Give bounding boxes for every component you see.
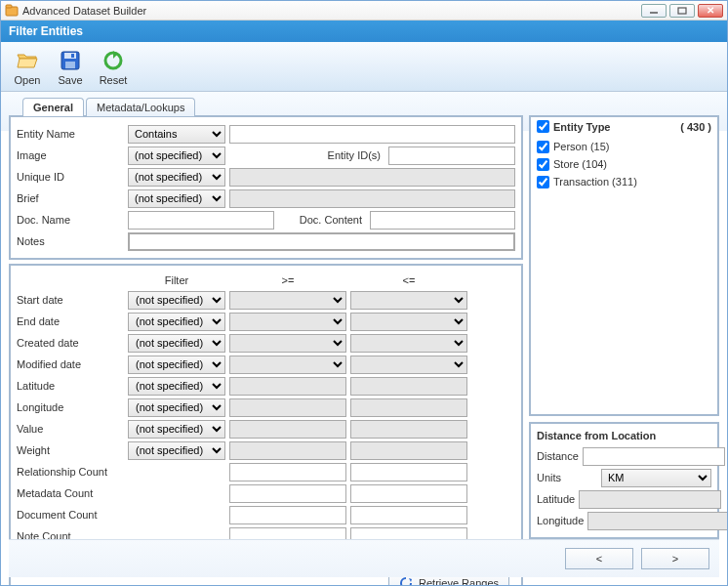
- weight-operator[interactable]: (not specified): [128, 441, 225, 460]
- modified-date-gte[interactable]: [229, 356, 346, 374]
- weight-lte[interactable]: [350, 441, 467, 460]
- entity-ids-input[interactable]: [388, 146, 515, 165]
- unique-id-operator[interactable]: (not specified): [128, 168, 225, 187]
- relationship-count-label: Relationship Count: [17, 466, 124, 478]
- save-label: Save: [58, 74, 82, 86]
- metadata-count-lte[interactable]: [350, 484, 467, 503]
- open-button[interactable]: Open: [7, 46, 48, 87]
- end-date-operator[interactable]: (not specified): [128, 313, 225, 331]
- entity-type-label: Transaction (311): [553, 176, 637, 188]
- entity-type-item: Transaction (311): [537, 173, 711, 190]
- created-date-operator[interactable]: (not specified): [128, 334, 225, 353]
- tab-metadata-lookups[interactable]: Metadata/Lookups: [86, 98, 196, 116]
- metadata-count-label: Metadata Count: [17, 487, 124, 499]
- latitude-gte[interactable]: [229, 377, 346, 396]
- entity-name-operator[interactable]: Contains: [128, 125, 225, 144]
- modified-date-lte[interactable]: [350, 356, 467, 374]
- start-date-operator[interactable]: (not specified): [128, 291, 225, 310]
- notes-input[interactable]: [128, 232, 515, 251]
- image-label: Image: [17, 149, 124, 161]
- prev-button[interactable]: <: [565, 548, 633, 569]
- latitude-label: Latitude: [17, 380, 124, 392]
- longitude-label: Longitude: [17, 401, 124, 413]
- start-date-gte[interactable]: [229, 291, 346, 310]
- latitude-operator[interactable]: (not specified): [128, 377, 225, 396]
- brief-label: Brief: [17, 192, 124, 204]
- latitude-lte[interactable]: [350, 377, 467, 396]
- footer-nav: < >: [9, 539, 719, 577]
- entity-type-all-checkbox[interactable]: [537, 120, 549, 133]
- entity-type-checkbox-store[interactable]: [537, 158, 549, 171]
- app-window: Advanced Dataset Builder ✕ Filter Entiti…: [0, 0, 728, 586]
- longitude-lte[interactable]: [350, 398, 467, 417]
- titlebar: Advanced Dataset Builder ✕: [1, 1, 727, 21]
- entity-name-label: Entity Name: [17, 128, 124, 140]
- relationship-count-lte[interactable]: [350, 463, 467, 481]
- metadata-count-gte[interactable]: [229, 484, 346, 503]
- image-operator[interactable]: (not specified): [128, 146, 225, 165]
- entity-type-checkbox-transaction[interactable]: [537, 176, 549, 188]
- document-count-gte[interactable]: [229, 506, 346, 524]
- lte-col-head: <=: [350, 274, 467, 286]
- svg-rect-1: [6, 5, 12, 8]
- distance-panel: Distance from Location Distance UnitsKM …: [529, 422, 719, 539]
- dist-latitude-input[interactable]: [579, 490, 721, 509]
- longitude-gte[interactable]: [229, 398, 346, 417]
- save-button[interactable]: Save: [50, 46, 91, 87]
- dist-latitude-label: Latitude: [537, 493, 575, 505]
- distance-label: Distance: [537, 450, 579, 462]
- folder-open-icon: [16, 49, 39, 72]
- entity-type-checkbox-person[interactable]: [537, 141, 549, 153]
- created-date-gte[interactable]: [229, 334, 346, 353]
- app-icon: [5, 4, 19, 18]
- svg-rect-5: [64, 53, 76, 59]
- weight-gte[interactable]: [229, 441, 346, 460]
- start-date-label: Start date: [17, 294, 124, 306]
- close-button[interactable]: ✕: [698, 4, 723, 18]
- left-column: Entity Name Contains Image (not specifie…: [9, 115, 523, 539]
- entity-type-count: ( 430 ): [680, 121, 711, 133]
- end-date-lte[interactable]: [350, 313, 467, 331]
- longitude-operator[interactable]: (not specified): [128, 398, 225, 417]
- start-date-lte[interactable]: [350, 291, 467, 310]
- ribbon-title: Filter Entities: [1, 21, 727, 42]
- value-operator[interactable]: (not specified): [128, 420, 225, 439]
- unique-id-input[interactable]: [229, 168, 515, 187]
- entity-name-input[interactable]: [229, 125, 515, 144]
- entity-type-panel: Entity Type ( 430 ) Person (15) Store (1…: [529, 115, 719, 416]
- doc-name-label: Doc. Name: [17, 214, 124, 226]
- end-date-gte[interactable]: [229, 313, 346, 331]
- entity-type-title: Entity Type: [553, 121, 610, 133]
- relationship-count-gte[interactable]: [229, 463, 346, 481]
- entity-ids-label: Entity ID(s): [229, 149, 384, 161]
- entity-type-list: Person (15) Store (104) Transaction (311…: [531, 136, 717, 196]
- doc-content-label: Doc. Content: [278, 214, 366, 226]
- minimize-button[interactable]: [641, 4, 667, 18]
- value-gte[interactable]: [229, 420, 346, 439]
- notes-label: Notes: [17, 235, 124, 247]
- units-select[interactable]: KM: [601, 469, 711, 487]
- modified-date-operator[interactable]: (not specified): [128, 356, 225, 374]
- dist-longitude-input[interactable]: [587, 512, 727, 530]
- tab-general[interactable]: General: [22, 98, 84, 116]
- range-filters-panel: Filter >= <= Start date(not specified) E…: [9, 264, 523, 585]
- doc-name-input[interactable]: [128, 211, 274, 230]
- entity-type-header: Entity Type ( 430 ): [531, 117, 717, 136]
- doc-content-input[interactable]: [370, 211, 515, 230]
- filter-col-head: Filter: [128, 274, 225, 286]
- document-count-lte[interactable]: [350, 506, 467, 524]
- right-column: Entity Type ( 430 ) Person (15) Store (1…: [529, 115, 719, 539]
- brief-operator[interactable]: (not specified): [128, 189, 225, 208]
- svg-rect-7: [71, 54, 74, 58]
- maximize-button[interactable]: [669, 4, 695, 18]
- next-button[interactable]: >: [641, 548, 709, 569]
- created-date-lte[interactable]: [350, 334, 467, 353]
- brief-input[interactable]: [229, 189, 515, 208]
- value-lte[interactable]: [350, 420, 467, 439]
- gte-col-head: >=: [229, 274, 346, 286]
- distance-input[interactable]: [583, 447, 725, 466]
- entity-type-item: Person (15): [537, 138, 711, 155]
- reset-button[interactable]: Reset: [93, 46, 134, 87]
- dist-longitude-label: Longitude: [537, 515, 584, 526]
- entity-type-label: Store (104): [553, 158, 607, 170]
